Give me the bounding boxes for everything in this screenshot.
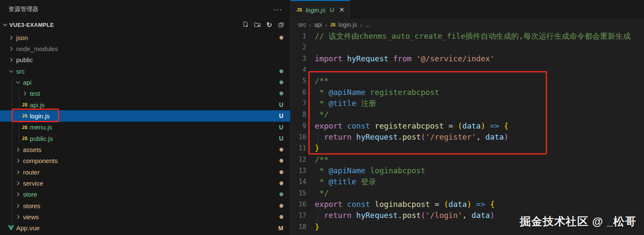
tree-item-api-js[interactable]: JSapi.jsU [0, 99, 290, 110]
indent-guide [12, 155, 12, 166]
code-line: 6 * @apiName registerabcpost [291, 87, 644, 98]
tree-item-public[interactable]: public [0, 54, 290, 66]
token [352, 211, 356, 220]
token: registerabcpost [365, 88, 439, 97]
indent-guide [19, 88, 19, 99]
indent-guide [318, 211, 318, 220]
tree-item-label: json [16, 34, 28, 41]
js-file-icon: JS [330, 23, 335, 27]
token: { [490, 200, 495, 209]
line-number: 18 [291, 221, 306, 232]
breadcrumb-item[interactable]: login.js [339, 21, 357, 28]
indent-guide [318, 133, 318, 142]
git-badge: M [278, 225, 290, 232]
token: export [315, 200, 342, 209]
indent-guide [19, 133, 19, 144]
tree-item-label: App.vue [16, 224, 40, 232]
tree-item-label: router [23, 169, 40, 176]
tree-item-label: src [16, 68, 25, 75]
tab-bar: JS login.js U ✕ [291, 0, 644, 19]
token [352, 132, 356, 141]
code-text: * @title 注册 [306, 98, 376, 109]
git-badge: U [279, 135, 290, 142]
tree-item-assets[interactable]: assets [0, 144, 290, 155]
new-folder-icon[interactable] [254, 21, 261, 29]
tree-item-label: stores [23, 202, 40, 209]
new-file-icon[interactable] [242, 21, 249, 29]
token: '/register' [425, 132, 476, 141]
collapse-all-icon[interactable] [277, 21, 285, 29]
token: '@/service/index' [416, 54, 494, 63]
tree-item-test[interactable]: test [0, 88, 290, 99]
token: data [485, 132, 504, 141]
tab-label: login.js [305, 6, 325, 14]
token: import [315, 54, 342, 63]
git-dot [279, 204, 283, 208]
tree-item-stores[interactable]: stores [0, 200, 290, 211]
token: . [398, 132, 402, 141]
tree-item-login-js[interactable]: JSlogin.jsU [0, 110, 290, 121]
chevron-right-icon [14, 146, 22, 153]
tree-item-service[interactable]: service [0, 178, 290, 189]
git-dot [279, 92, 283, 95]
code-editor[interactable]: 1// 该文件由chenms_auto_create_file插件自动生成的,每… [291, 31, 644, 235]
js-file-icon: JS [20, 101, 29, 108]
more-actions-icon[interactable]: ··· [274, 7, 282, 11]
tree-item-components[interactable]: components [0, 155, 290, 166]
tree-item-App-vue[interactable]: App.vueM [0, 223, 290, 234]
indent-guide [12, 122, 12, 133]
token [388, 54, 393, 63]
breadcrumb-item[interactable]: api [314, 21, 322, 28]
indent-guide [12, 166, 12, 178]
indent-guide [12, 99, 12, 110]
chevron-right-icon [14, 213, 22, 220]
token: , [462, 211, 472, 220]
tree-item-router[interactable]: router [0, 166, 290, 178]
tree-item-menu-js[interactable]: JSmenu.jsU [0, 122, 290, 133]
tree-item-public-js[interactable]: JSpublic.jsU [0, 133, 290, 144]
git-dot [279, 215, 283, 219]
tree-item-api[interactable]: api [0, 77, 290, 88]
token: ( [421, 132, 425, 141]
line-number: 11 [291, 143, 306, 154]
tab-git-status: U [330, 6, 334, 13]
token [315, 132, 324, 141]
close-icon[interactable]: ✕ [339, 6, 345, 14]
token [342, 200, 347, 209]
line-number: 17 [291, 210, 306, 221]
code-line: 13 * @apiName loginabcpost [291, 165, 644, 176]
token: /** [315, 155, 329, 164]
tree-item-views[interactable]: views [0, 211, 290, 222]
tab-login-js[interactable]: JS login.js U ✕ [291, 0, 350, 19]
chevron-right-icon [7, 45, 15, 52]
token: data [472, 211, 490, 220]
git-badge: U [279, 101, 290, 108]
token: hyRequest [347, 54, 389, 63]
breadcrumb-item[interactable]: src [298, 21, 306, 28]
chevron-right-icon [7, 57, 15, 63]
tree-item-json[interactable]: json [0, 32, 290, 43]
tree-item-store[interactable]: store [0, 189, 290, 200]
token: loginabcpost [365, 166, 425, 175]
git-dot [279, 159, 283, 163]
chevron-down-icon [7, 68, 15, 75]
git-letter: U [279, 135, 283, 142]
token: ( [444, 200, 448, 209]
code-text: /** [306, 154, 329, 165]
git-badge [279, 215, 290, 219]
breadcrumb-item[interactable]: ... [365, 21, 370, 28]
line-number: 13 [291, 165, 306, 176]
file-tree: jsonnode_modulespublicsrcapitestJSapi.js… [0, 31, 290, 235]
project-section-header[interactable]: VUE3-EXAMPLE ↻ [0, 19, 290, 31]
indent-guide [12, 211, 12, 222]
tree-item-src[interactable]: src [0, 66, 290, 77]
token: ) [467, 200, 472, 209]
token: ) [490, 211, 495, 220]
vscode-window: 资源管理器 ··· VUE3-EXAMPLE ↻ [0, 0, 644, 235]
breadcrumb-separator-icon: › [325, 21, 327, 29]
git-dot [279, 69, 283, 73]
refresh-icon[interactable]: ↻ [265, 21, 273, 29]
tree-item-label: assets [23, 146, 41, 153]
indent-guide [19, 99, 19, 110]
tree-item-node_modules[interactable]: node_modules [0, 43, 290, 54]
